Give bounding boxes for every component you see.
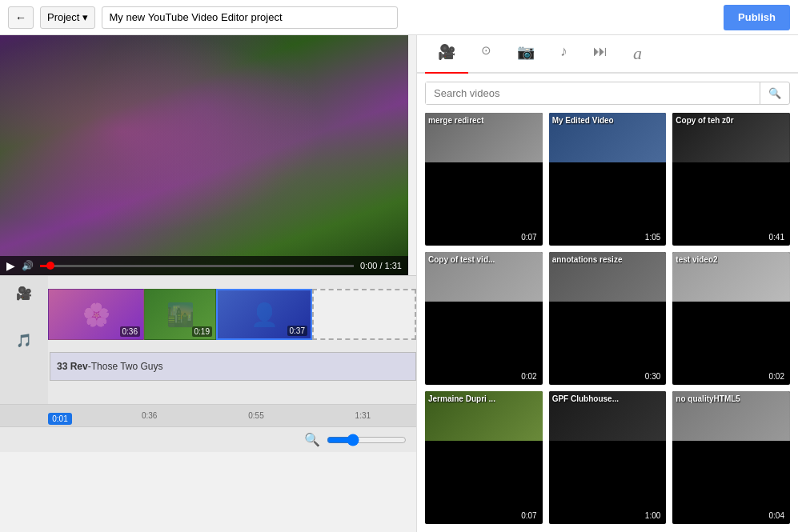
audio-label: 33 Rev - Those Two Guys <box>50 352 416 381</box>
video-thumb-title-v6: test video2 <box>676 255 717 264</box>
video-thumb-v2[interactable]: My Edited Video1:05 <box>549 113 667 246</box>
search-bar: 🔍 <box>425 82 790 105</box>
clip-3-icon: 👤 <box>251 302 279 328</box>
video-track: 🌸 0:36 🌆 0:19 👤 0:37 <box>48 282 416 346</box>
time-display: 0:00 / 1:31 <box>360 261 402 270</box>
clip-1-icon: 🌸 <box>82 302 110 328</box>
video-thumb-title-v3: Copy of teh z0r <box>676 116 733 125</box>
video-thumb-duration-v2: 1:05 <box>643 232 663 242</box>
video-thumb-duration-v3: 0:41 <box>767 232 787 242</box>
timeline-tracks: 🎥 🎵 🌸 0:36 🌆 0:19 <box>0 276 416 404</box>
video-thumb-title-v7: Jermaine Dupri ... <box>428 394 495 403</box>
video-thumb-duration-v9: 0:04 <box>767 510 787 521</box>
video-thumb-v5[interactable]: annotations resize0:30 <box>549 252 667 385</box>
volume-button[interactable]: 🔊 <box>22 260 34 271</box>
video-thumb-duration-v8: 1:00 <box>643 510 663 521</box>
progress-bar[interactable] <box>40 265 354 267</box>
video-thumb-v7[interactable]: Jermaine Dupri ...0:07 <box>425 391 543 524</box>
audio-track-icon: 🎵 <box>16 333 32 348</box>
timeline-area: 🎥 🎵 🌸 0:36 🌆 0:19 <box>0 275 416 452</box>
clip-2[interactable]: 🌆 0:19 <box>144 289 216 340</box>
tab-text[interactable]: a <box>620 35 655 74</box>
ruler-markers: 0:01 0:36 0:55 1:31 <box>48 411 416 420</box>
ruler-mark-2: 1:31 <box>310 411 416 420</box>
video-thumb-v9[interactable]: no qualityHTML50:04 <box>672 391 790 524</box>
zoom-slider[interactable] <box>327 434 407 446</box>
audio-track: 33 Rev - Those Two Guys <box>48 346 416 386</box>
tab-video[interactable]: 🎥 <box>425 35 468 74</box>
tabs-bar: 🎥 ⊙ 📷 ♪ ⏭ a <box>417 35 798 74</box>
search-input[interactable] <box>426 82 760 104</box>
track-icons: 🎥 🎵 <box>0 276 48 404</box>
play-button[interactable]: ▶ <box>6 259 15 272</box>
video-thumb-v4[interactable]: Copy of test vid...0:02 <box>425 252 543 385</box>
tab-cc[interactable]: ⊙ <box>468 35 504 74</box>
project-label: Project <box>47 11 79 23</box>
clip-drop-zone[interactable] <box>312 289 416 340</box>
video-thumb-v3[interactable]: Copy of teh z0r0:41 <box>672 113 790 246</box>
zoom-icon: 🔍 <box>304 432 320 447</box>
video-thumb-duration-v7: 0:07 <box>519 510 539 521</box>
project-title-input[interactable] <box>102 6 398 29</box>
clip-1-duration: 0:36 <box>120 326 140 337</box>
video-controls: ▶ 🔊 0:00 / 1:31 <box>0 256 408 275</box>
ruler-mark-1: 0:55 <box>203 411 309 420</box>
header: ← Project ▾ Publish <box>0 0 798 35</box>
video-thumb-title-v9: no qualityHTML5 <box>676 394 740 403</box>
audio-artist: 33 Rev <box>57 361 88 372</box>
progress-dot <box>46 262 54 270</box>
search-button[interactable]: 🔍 <box>760 82 789 104</box>
video-thumb-title-v5: annotations resize <box>552 255 623 264</box>
dropdown-arrow-icon: ▾ <box>82 11 88 23</box>
tab-photo[interactable]: 📷 <box>504 35 547 74</box>
video-thumb-title-v2: My Edited Video <box>552 116 614 125</box>
back-button[interactable]: ← <box>8 6 34 29</box>
progress-fill <box>40 265 46 267</box>
playhead-marker: 0:01 <box>48 413 72 425</box>
video-thumb-duration-v1: 0:07 <box>519 232 539 242</box>
publish-button[interactable]: Publish <box>724 5 790 30</box>
video-preview-background <box>0 35 408 275</box>
video-track-icon: 🎥 <box>16 286 32 301</box>
tab-audio[interactable]: ♪ <box>547 35 580 74</box>
tracks-main: 🌸 0:36 🌆 0:19 👤 0:37 <box>48 276 416 404</box>
video-thumb-v1[interactable]: merge redirect0:07 <box>425 113 543 246</box>
video-preview: ▶ 🔊 0:00 / 1:31 <box>0 35 408 275</box>
video-thumb-duration-v4: 0:02 <box>519 371 539 382</box>
bottom-toolbar: 🔍 <box>0 426 416 452</box>
video-thumb-duration-v5: 0:30 <box>643 371 663 382</box>
video-thumb-title-v1: merge redirect <box>428 116 483 125</box>
editor-area: ▶ 🔊 0:00 / 1:31 🎥 🎵 <box>0 35 416 532</box>
timeline-ruler: 0:01 0:36 0:55 1:31 <box>0 404 416 426</box>
back-icon: ← <box>15 11 26 24</box>
video-thumb-v8[interactable]: GPF Clubhouse...1:00 <box>549 391 667 524</box>
video-thumb-title-v8: GPF Clubhouse... <box>552 394 619 403</box>
audio-title: Those Two Guys <box>91 361 163 372</box>
video-thumb-duration-v6: 0:02 <box>767 371 787 382</box>
video-thumb-title-v4: Copy of test vid... <box>428 255 495 264</box>
right-panel: 🎥 ⊙ 📷 ♪ ⏭ a 🔍 merge redirect0:07My Edite… <box>416 35 798 532</box>
video-thumb-v6[interactable]: test video20:02 <box>672 252 790 385</box>
ruler-mark-0: 0:36 <box>96 411 203 420</box>
tab-transition[interactable]: ⏭ <box>580 35 620 74</box>
clip-2-duration: 0:19 <box>192 326 212 337</box>
clip-3[interactable]: 👤 0:37 <box>216 289 312 340</box>
video-grid: merge redirect0:07My Edited Video1:05Cop… <box>417 113 798 532</box>
main-area: ▶ 🔊 0:00 / 1:31 🎥 🎵 <box>0 35 798 532</box>
clip-3-duration: 0:37 <box>287 326 307 336</box>
clip-2-icon: 🌆 <box>166 302 194 328</box>
project-dropdown[interactable]: Project ▾ <box>40 6 95 29</box>
clip-1[interactable]: 🌸 0:36 <box>48 289 144 340</box>
